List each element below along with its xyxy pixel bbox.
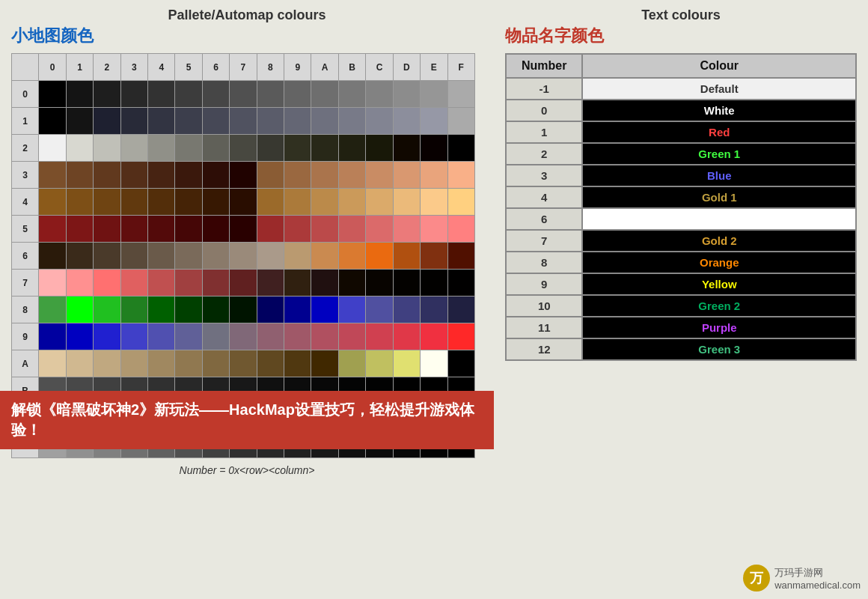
text-colour-number: 11 <box>506 317 582 338</box>
palette-color-cell <box>338 270 365 297</box>
palette-color-cell <box>94 189 120 216</box>
palette-color-cell <box>202 189 229 216</box>
text-colour-label: White <box>582 100 856 121</box>
palette-color-cell <box>120 270 147 297</box>
palette-color-cell <box>311 189 338 216</box>
text-colour-label: Green 3 <box>582 338 856 360</box>
palette-color-cell <box>447 323 475 350</box>
palette-color-cell <box>257 323 284 350</box>
palette-color-cell <box>148 108 175 135</box>
palette-color-cell <box>148 243 175 270</box>
palette-row: 1 <box>12 108 475 135</box>
palette-color-cell <box>66 135 93 162</box>
palette-color-cell <box>393 270 420 297</box>
text-colour-number: 7 <box>506 230 582 252</box>
text-colour-row: 9Yellow <box>506 273 856 295</box>
palette-color-cell <box>94 81 120 108</box>
palette-color-cell <box>94 323 120 350</box>
palette-color-cell <box>311 216 338 243</box>
palette-color-cell <box>230 350 257 377</box>
text-colour-row: 3Blue <box>506 165 856 186</box>
palette-color-cell <box>175 323 202 350</box>
palette-col-header: D <box>393 54 420 81</box>
palette-color-cell <box>257 216 284 243</box>
text-colour-row: 10Green 2 <box>506 295 856 317</box>
text-colour-label: Blue <box>582 165 856 186</box>
palette-col-header: 3 <box>120 54 147 81</box>
palette-color-cell <box>447 189 475 216</box>
palette-row: 4 <box>12 189 475 216</box>
palette-color-cell <box>257 270 284 297</box>
palette-color-cell <box>366 297 393 323</box>
palette-color-cell <box>230 270 257 297</box>
text-colour-label: Yellow <box>582 273 856 295</box>
palette-color-cell <box>175 189 202 216</box>
text-colour-row: 7Gold 2 <box>506 230 856 252</box>
palette-color-cell <box>66 323 93 350</box>
right-section: Text colours 物品名字颜色 Number Colour -1Defa… <box>494 0 868 599</box>
text-colour-label: Gold 2 <box>582 230 856 252</box>
palette-col-header: 6 <box>202 54 229 81</box>
palette-color-cell <box>393 81 420 108</box>
palette-color-cell <box>120 81 147 108</box>
palette-col-header: F <box>447 54 475 81</box>
palette-row: 7 <box>12 270 475 297</box>
palette-color-cell <box>66 350 93 377</box>
palette-color-cell <box>284 270 311 297</box>
watermark-text: 万玛手游网 wanmamedical.com <box>774 566 861 591</box>
palette-color-cell <box>338 189 365 216</box>
palette-color-cell <box>284 350 311 377</box>
palette-color-cell <box>447 162 475 189</box>
palette-color-cell <box>202 216 229 243</box>
palette-color-cell <box>230 108 257 135</box>
text-colours-title: Text colours <box>505 7 857 23</box>
palette-row-header: 9 <box>12 323 39 350</box>
palette-color-cell <box>393 135 420 162</box>
text-colour-row: 8Orange <box>506 252 856 273</box>
palette-color-cell <box>230 216 257 243</box>
text-colour-label: Orange <box>582 252 856 273</box>
palette-row: A <box>12 350 475 377</box>
palette-color-cell <box>94 297 120 323</box>
palette-color-cell <box>120 350 147 377</box>
palette-color-cell <box>257 297 284 323</box>
palette-color-cell <box>393 216 420 243</box>
palette-color-cell <box>175 350 202 377</box>
palette-color-cell <box>148 81 175 108</box>
text-colours-header-row: Number Colour <box>506 54 856 78</box>
palette-color-cell <box>94 270 120 297</box>
text-colour-label: Red <box>582 121 856 143</box>
palette-color-cell <box>311 243 338 270</box>
palette-color-cell <box>202 108 229 135</box>
palette-col-header: E <box>421 54 447 81</box>
palette-color-cell <box>230 297 257 323</box>
palette-header-row: 0123456789ABCDEF <box>12 54 475 81</box>
palette-color-cell <box>366 189 393 216</box>
palette-color-cell <box>175 297 202 323</box>
palette-color-cell <box>148 189 175 216</box>
palette-col-header: 8 <box>257 54 284 81</box>
palette-color-cell <box>257 162 284 189</box>
text-colours-subtitle: 物品名字颜色 <box>505 25 857 47</box>
palette-row: 3 <box>12 162 475 189</box>
palette-color-cell <box>284 81 311 108</box>
palette-color-cell <box>421 270 447 297</box>
palette-color-cell <box>94 162 120 189</box>
palette-row-header: 6 <box>12 243 39 270</box>
palette-color-cell <box>175 243 202 270</box>
formula-text: Number = 0x<row><column> <box>11 464 483 476</box>
palette-col-header: 2 <box>94 54 120 81</box>
palette-row-header: 7 <box>12 270 39 297</box>
palette-color-cell <box>39 270 66 297</box>
palette-color-cell <box>257 350 284 377</box>
text-colour-row: -1Default <box>506 78 856 100</box>
palette-color-cell <box>66 270 93 297</box>
palette-color-cell <box>366 135 393 162</box>
text-colour-number: 4 <box>506 186 582 208</box>
text-colour-row: 0White <box>506 100 856 121</box>
palette-color-cell <box>120 216 147 243</box>
palette-color-cell <box>120 243 147 270</box>
palette-color-cell <box>39 189 66 216</box>
palette-color-cell <box>39 323 66 350</box>
palette-subtitle: 小地图颜色 <box>11 25 483 47</box>
